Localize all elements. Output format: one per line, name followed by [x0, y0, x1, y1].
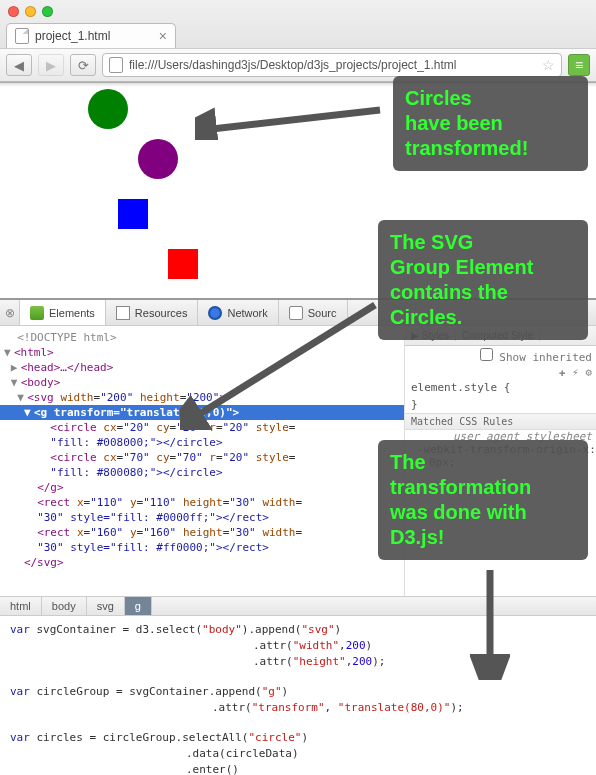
- styles-tab-styles[interactable]: ▶ Styles: [405, 330, 456, 341]
- tab-elements[interactable]: Elements: [20, 300, 106, 325]
- svg-rect-3: [168, 249, 198, 279]
- sources-icon: [289, 306, 303, 320]
- page-viewport: [0, 83, 596, 298]
- devtools-close-icon[interactable]: ⊗: [0, 300, 20, 325]
- address-bar[interactable]: file:///Users/dashingd3js/Desktop/d3js_p…: [102, 53, 562, 77]
- minimize-window-icon[interactable]: [25, 6, 36, 17]
- url-text: file:///Users/dashingd3js/Desktop/d3js_p…: [129, 58, 536, 72]
- reload-button[interactable]: ⟳: [70, 54, 96, 76]
- crumb-g[interactable]: g: [125, 597, 152, 615]
- show-inherited-checkbox[interactable]: [480, 348, 493, 361]
- selected-dom-node[interactable]: ▼<g transform="translate(80,0)">: [0, 405, 404, 420]
- forward-button[interactable]: ▶: [38, 54, 64, 76]
- window-controls: [8, 6, 53, 17]
- matched-rules-heading: Matched CSS Rules: [405, 413, 596, 430]
- browser-tab[interactable]: project_1.html ×: [6, 23, 176, 48]
- page-icon: [109, 57, 123, 73]
- svg-rect-2: [118, 199, 148, 229]
- styles-panel: ▶ Styles Computed Style Show inherited ✚…: [404, 326, 596, 596]
- elements-icon: [30, 306, 44, 320]
- close-window-icon[interactable]: [8, 6, 19, 17]
- tab-resources[interactable]: Resources: [106, 300, 199, 325]
- tab-sources[interactable]: Sourc: [279, 300, 348, 325]
- back-button[interactable]: ◀: [6, 54, 32, 76]
- network-icon: [208, 306, 222, 320]
- crumb-html[interactable]: html: [0, 597, 42, 615]
- crumb-body[interactable]: body: [42, 597, 87, 615]
- breadcrumb: html body svg g: [0, 596, 596, 616]
- tab-network[interactable]: Network: [198, 300, 278, 325]
- bookmark-icon[interactable]: ☆: [542, 57, 555, 73]
- rendered-svg: [8, 89, 208, 289]
- dom-tree[interactable]: <!DOCTYPE html> ▼<html> ▶<head>…</head> …: [0, 326, 404, 596]
- styles-tab-computed[interactable]: Computed Style: [456, 330, 540, 341]
- svg-point-1: [138, 139, 178, 179]
- tab-title: project_1.html: [35, 29, 110, 43]
- maximize-window-icon[interactable]: [42, 6, 53, 17]
- close-tab-icon[interactable]: ×: [159, 28, 167, 44]
- crumb-svg[interactable]: svg: [87, 597, 125, 615]
- console-panel[interactable]: var svgContainer = d3.select("body").app…: [0, 616, 596, 775]
- resources-icon: [116, 306, 130, 320]
- svg-point-0: [88, 89, 128, 129]
- page-icon: [15, 28, 29, 44]
- extension-button[interactable]: ≡: [568, 54, 590, 76]
